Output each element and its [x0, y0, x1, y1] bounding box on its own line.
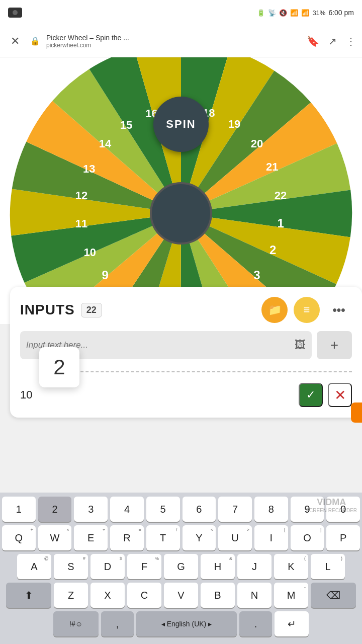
key-g[interactable]: G — [164, 554, 198, 579]
key-d[interactable]: D$ — [90, 554, 125, 579]
key-v[interactable]: V — [164, 583, 198, 608]
key-x[interactable]: X — [90, 583, 125, 608]
wheel-section: 1 2 3 4 5 6 7 8 9 10 11 12 13 14 15 16 1… — [0, 57, 362, 324]
browser-title: Picker Wheel – Spin the ... — [46, 34, 301, 42]
image-icon-button[interactable]: 🖼 — [295, 339, 306, 352]
period-key[interactable]: . — [239, 611, 272, 636]
key-6[interactable]: 6 — [183, 497, 216, 522]
key-p[interactable]: P — [326, 525, 360, 550]
key-s[interactable]: S# — [54, 554, 88, 579]
camera-icon — [8, 8, 22, 18]
side-indicator — [351, 403, 362, 423]
more-button[interactable]: ••• — [326, 297, 352, 323]
share-button[interactable]: ↗ — [328, 35, 337, 47]
zxcv-row: ⬆ Z X C V B N M- ⌫ — [2, 583, 360, 608]
svg-text:1: 1 — [277, 216, 284, 230]
key-i[interactable]: I[ — [254, 525, 288, 550]
svg-text:9: 9 — [102, 268, 108, 282]
svg-text:15: 15 — [120, 119, 132, 131]
wifi-icon: 📶 — [290, 9, 298, 17]
language-key[interactable]: ◂ English (UK) ▸ — [136, 611, 237, 636]
key-m[interactable]: M- — [274, 583, 308, 608]
inputs-actions: 📁 ≡ ••• — [261, 297, 352, 323]
key-r[interactable]: R= — [110, 525, 144, 550]
key-7[interactable]: 7 — [218, 497, 252, 522]
status-time: 6:00 pm — [328, 9, 354, 17]
item-x-button[interactable]: ✕ — [328, 383, 352, 407]
inputs-count-badge: 22 — [81, 303, 102, 317]
battery-icon: 🔋 — [257, 9, 265, 17]
key-5[interactable]: 5 — [146, 497, 180, 522]
key-t[interactable]: T/ — [146, 525, 180, 550]
browser-url-container[interactable]: Picker Wheel – Spin the ... pickerwheel.… — [46, 34, 301, 49]
bookmark-button[interactable]: 🔖 — [307, 35, 319, 47]
key-o[interactable]: O] — [291, 525, 324, 550]
item-check-button[interactable]: ✓ — [299, 383, 323, 407]
add-button[interactable]: + — [317, 331, 352, 359]
item-number-10: 10 — [20, 388, 50, 401]
shift-key[interactable]: ⬆ — [6, 583, 51, 608]
key-y[interactable]: Y< — [183, 525, 216, 550]
status-bar: 🔋 📡 🔇 📶 📶 31% 6:00 pm — [0, 0, 362, 25]
comma-key[interactable]: , — [101, 611, 134, 636]
browser-close-button[interactable]: ✕ — [6, 32, 24, 50]
folder-button[interactable]: 📁 — [261, 297, 288, 323]
backspace-key[interactable]: ⌫ — [311, 583, 356, 608]
browser-actions: 🔖 ↗ ⋮ — [307, 35, 356, 47]
key-z[interactable]: Z — [54, 583, 88, 608]
signal-icon: 📶 — [301, 9, 309, 17]
vidma-tagline: SCREEN RECORDER — [306, 508, 357, 513]
svg-text:14: 14 — [99, 137, 112, 150]
cast-icon: 📡 — [268, 9, 276, 17]
key-f[interactable]: F% — [127, 554, 161, 579]
more-options-button[interactable]: ⋮ — [346, 35, 356, 47]
key-4[interactable]: 4 — [110, 497, 144, 522]
key-a[interactable]: A@ — [17, 554, 51, 579]
svg-text:21: 21 — [266, 160, 278, 173]
browser-bar: ✕ 🔒 Picker Wheel – Spin the ... pickerwh… — [0, 25, 362, 57]
list-button[interactable]: ≡ — [294, 297, 320, 323]
asdf-row: A@ S# D$ F% G H& J K( L) — [2, 554, 360, 579]
svg-text:20: 20 — [251, 137, 263, 150]
enter-key[interactable]: ↵ — [275, 611, 309, 636]
key-w[interactable]: W× — [38, 525, 72, 550]
svg-text:2: 2 — [269, 243, 276, 257]
key-c[interactable]: C — [127, 583, 161, 608]
status-bar-left — [8, 8, 22, 18]
key-q[interactable]: Q+ — [2, 525, 36, 550]
key-h[interactable]: H& — [201, 554, 235, 579]
spin-button[interactable]: SPIN — [153, 97, 209, 152]
svg-text:13: 13 — [83, 163, 95, 175]
key-j[interactable]: J — [237, 554, 272, 579]
popup-number: 2 — [39, 347, 79, 387]
keyboard: 1 2 3 4 5 6 7 8 9 0 Q+ W× E÷ R= T/ Y< U>… — [0, 493, 362, 644]
key-e[interactable]: E÷ — [74, 525, 108, 550]
key-2[interactable]: 2 — [38, 497, 72, 522]
key-k[interactable]: K( — [274, 554, 308, 579]
battery-percent: 31% — [312, 9, 325, 17]
bottom-key-row: !#☺ , ◂ English (UK) ▸ . ↵ — [2, 611, 360, 636]
svg-text:3: 3 — [253, 268, 260, 282]
key-3[interactable]: 3 — [74, 497, 108, 522]
wheel-wrapper: 1 2 3 4 5 6 7 8 9 10 11 12 13 14 15 16 1… — [0, 57, 362, 324]
vidma-brand: VIDMA — [306, 497, 357, 508]
vidma-watermark: VIDMA SCREEN RECORDER — [306, 497, 357, 513]
status-bar-right: 🔋 📡 🔇 📶 📶 31% 6:00 pm — [257, 9, 354, 17]
key-b[interactable]: B — [201, 583, 235, 608]
key-1[interactable]: 1 — [2, 497, 36, 522]
key-l[interactable]: L) — [311, 554, 345, 579]
key-u[interactable]: U> — [218, 525, 252, 550]
mute-icon: 🔇 — [279, 9, 287, 17]
inputs-title: INPUTS — [20, 302, 75, 318]
svg-point-22 — [151, 183, 211, 244]
key-n[interactable]: N — [237, 583, 272, 608]
browser-url: pickerwheel.com — [46, 42, 301, 49]
qwerty-row: Q+ W× E÷ R= T/ Y< U> I[ O] P — [2, 525, 360, 550]
key-8[interactable]: 8 — [254, 497, 288, 522]
svg-text:10: 10 — [83, 246, 96, 259]
svg-text:12: 12 — [75, 189, 87, 202]
special-chars-key[interactable]: !#☺ — [53, 611, 99, 636]
svg-text:11: 11 — [75, 217, 87, 230]
browser-lock-icon: 🔒 — [30, 36, 40, 46]
inputs-header: INPUTS 22 📁 ≡ ••• — [20, 297, 352, 323]
